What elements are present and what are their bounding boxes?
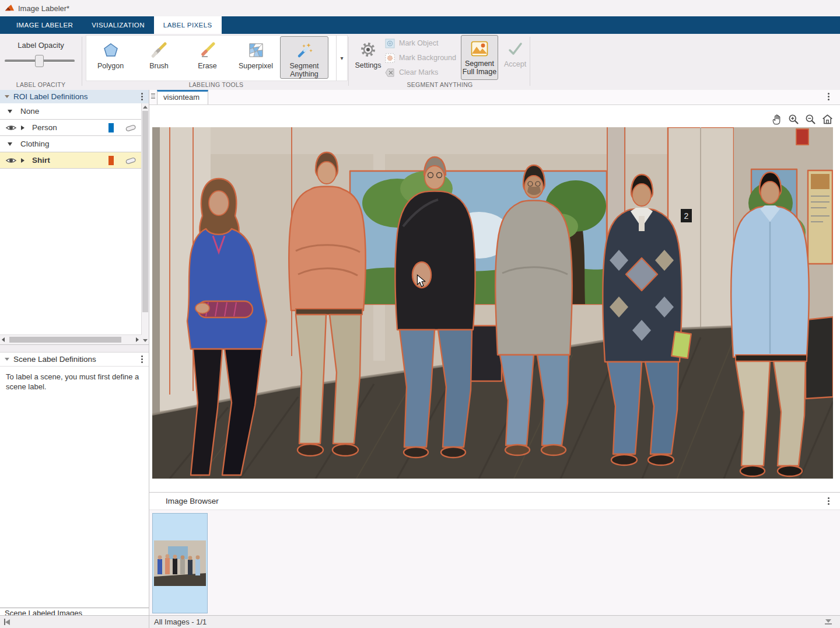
scroll-left-icon[interactable] (2, 337, 5, 342)
section-label-opacity: LABEL OPACITY (0, 81, 82, 88)
expand-arrow-icon[interactable] (21, 158, 24, 163)
left-panel: ROI Label Definitions None Person (0, 90, 149, 615)
skip-to-start-icon[interactable] (4, 619, 10, 625)
eye-visible-icon[interactable] (5, 156, 17, 165)
horizontal-scrollbar[interactable] (0, 334, 142, 344)
roi-label-definitions-header[interactable]: ROI Label Definitions (0, 90, 149, 103)
brush-icon (151, 42, 167, 58)
image-browser-body (149, 510, 840, 616)
thumbnail-image (154, 540, 206, 586)
zoom-in-icon[interactable] (787, 113, 800, 125)
eraser-icon[interactable] (124, 123, 137, 132)
labeling-tools-dropdown-button[interactable]: ▾ (336, 35, 348, 81)
view-toolbar (770, 113, 834, 125)
segment-anything-mini-buttons: Mark Object Mark Background Clear Marks (385, 39, 456, 77)
image-canvas[interactable]: 2 (149, 105, 840, 492)
collapse-arrow-icon[interactable] (5, 95, 9, 98)
label-opacity-slider[interactable] (5, 60, 75, 62)
scroll-down-icon[interactable] (143, 339, 148, 342)
collapse-arrow-icon[interactable] (8, 110, 12, 113)
kebab-menu-icon[interactable] (827, 92, 831, 102)
scrollbar-thumb[interactable] (142, 111, 148, 312)
kebab-menu-icon[interactable] (827, 496, 831, 506)
collapse-arrow-icon[interactable] (8, 142, 12, 146)
image-browser-title: Image Browser (166, 497, 219, 505)
brush-tool-button[interactable]: Brush (135, 36, 183, 79)
mark-object-icon (385, 39, 395, 48)
gear-icon (359, 41, 377, 58)
image-browser-header[interactable]: Image Browser (149, 492, 840, 510)
erase-icon (200, 42, 216, 58)
ribbon-tab-bar: IMAGE LABELER VISUALIZATION LABEL PIXELS (0, 16, 840, 34)
kebab-menu-icon[interactable] (140, 92, 144, 102)
divider (530, 37, 530, 86)
tab-label-pixels[interactable]: LABEL PIXELS (154, 16, 222, 34)
roi-group-none[interactable]: None (0, 103, 142, 120)
tab-image-labeler[interactable]: IMAGE LABELER (7, 16, 82, 34)
label-opacity-title: Label Opacity (0, 41, 82, 50)
label-color-swatch[interactable] (108, 123, 114, 132)
scene-label-definitions-header[interactable]: Scene Label Definitions (0, 353, 149, 367)
mark-object-button[interactable]: Mark Object (385, 39, 456, 48)
matlab-logo-icon (5, 4, 15, 13)
label-color-swatch[interactable] (108, 156, 114, 165)
mark-background-button[interactable]: Mark Background (385, 53, 456, 62)
segment-full-image-button[interactable]: Segment Full Image (461, 35, 498, 80)
scene-panel-message: To label a scene, you must first define … (0, 367, 149, 397)
roi-label-shirt[interactable]: Shirt (0, 152, 142, 169)
clear-marks-button[interactable]: Clear Marks (385, 68, 456, 77)
section-labeling-tools: LABELING TOOLS (86, 81, 346, 88)
status-bar: All Images - 1/1 (0, 615, 840, 628)
erase-tool-button[interactable]: Erase (183, 36, 232, 79)
eraser-icon[interactable] (124, 156, 137, 165)
eye-visible-icon[interactable] (5, 124, 17, 132)
collapse-arrow-icon[interactable] (5, 358, 9, 361)
title-bar: Image Labeler* (0, 0, 840, 16)
scene-panel-title: Scene Label Definitions (13, 355, 96, 364)
image-count-status: All Images - 1/1 (154, 617, 206, 626)
kebab-menu-icon[interactable] (140, 354, 144, 364)
segment-anything-tool-button[interactable]: Segment Anything (280, 36, 328, 79)
polygon-tool-button[interactable]: Polygon (86, 36, 135, 79)
document-area: visionteam (149, 90, 840, 615)
scene-labeled-images-header[interactable]: Scene Labeled Images (0, 608, 149, 615)
mark-background-icon (385, 53, 395, 63)
accept-button[interactable]: Accept (501, 35, 530, 80)
superpixel-tool-button[interactable]: Superpixel (232, 36, 280, 79)
panel-divider (0, 345, 149, 353)
chevron-down-icon: ▾ (340, 55, 343, 61)
tab-visualization[interactable]: VISUALIZATION (82, 16, 154, 34)
zoom-out-icon[interactable] (804, 113, 817, 125)
settings-button[interactable]: Settings (352, 35, 384, 80)
roi-label-person[interactable]: Person (0, 120, 142, 136)
section-segment-anything: SEGMENT ANYTHING (350, 81, 530, 88)
document-tab-bar: visionteam (149, 90, 840, 105)
grip-icon (151, 93, 155, 99)
scroll-right-icon[interactable] (136, 337, 139, 342)
ribbon-toolbar: Label Opacity LABEL OPACITY Polygon Brus… (0, 34, 840, 90)
clear-marks-icon (385, 68, 395, 78)
scrollbar-thumb[interactable] (9, 337, 121, 343)
expand-arrow-icon[interactable] (21, 125, 24, 130)
divider (82, 37, 82, 86)
pan-hand-icon[interactable] (770, 113, 783, 125)
vertical-scrollbar[interactable] (141, 103, 149, 344)
label-opacity-slider-thumb[interactable] (35, 55, 44, 67)
labeled-photo[interactable]: 2 (152, 127, 833, 479)
door-number: 2 (684, 211, 689, 221)
polygon-icon (103, 42, 119, 58)
image-icon (471, 41, 488, 57)
divider (348, 37, 349, 86)
tab-visionteam[interactable]: visionteam (157, 90, 208, 104)
image-thumbnail-selected[interactable] (152, 513, 208, 613)
roi-label-list: None Person Clothing (0, 103, 149, 345)
scroll-up-icon[interactable] (143, 106, 148, 109)
check-icon (507, 41, 523, 57)
home-fit-icon[interactable] (821, 113, 834, 125)
mouse-cursor (415, 274, 427, 287)
magic-wand-icon (296, 42, 313, 58)
roi-group-clothing[interactable]: Clothing (0, 136, 142, 152)
status-bar-left (0, 616, 149, 628)
collapse-panel-icon[interactable] (825, 619, 832, 624)
labeling-tools-group: Polygon Brush Erase (86, 35, 337, 81)
